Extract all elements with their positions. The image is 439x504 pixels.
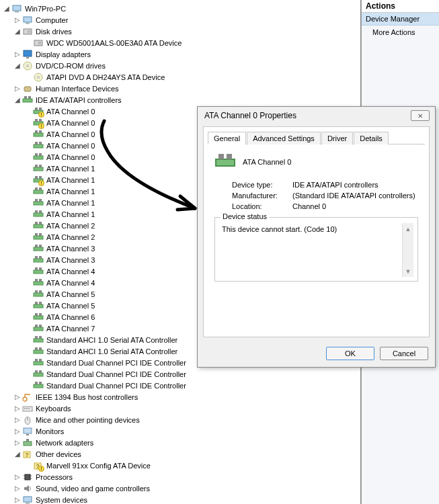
expand-icon[interactable]: ▷ — [13, 439, 21, 446]
tree-item[interactable]: ▷Network adapters — [13, 437, 360, 448]
tree-item[interactable]: ▷Sound, video and game controllers — [13, 482, 360, 494]
device-status-fieldset: Device status This device cannot start. … — [214, 217, 418, 282]
keyboard-icon — [22, 403, 33, 414]
ide-icon — [33, 266, 44, 277]
tab-advanced[interactable]: Advanced Settings — [247, 132, 321, 144]
tree-item[interactable]: ◢Disk drives — [13, 26, 360, 37]
ide-icon: ! — [33, 118, 44, 128]
tree-label: Monitors — [35, 427, 65, 435]
expand-icon[interactable]: ▷ — [13, 50, 21, 58]
ide-icon — [22, 95, 33, 106]
tree-label: DVD/CD-ROM drives — [35, 62, 106, 70]
tab-general[interactable]: General — [208, 132, 246, 144]
collapse-icon[interactable]: ◢ — [13, 62, 21, 69]
tree-label: Disk drives — [35, 28, 73, 36]
tree-label: ATAPI DVD A DH24AYS ATA Device — [46, 73, 165, 81]
tree-label: ATA Channel 0 — [46, 119, 95, 127]
close-button[interactable]: ✕ — [411, 110, 430, 121]
expand-icon[interactable]: ▷ — [13, 427, 21, 435]
actions-selected[interactable]: Device Manager — [362, 13, 439, 26]
tree-label: Human Interface Devices — [35, 85, 120, 93]
collapse-icon[interactable]: ◢ — [13, 28, 21, 35]
ide-icon — [214, 151, 236, 173]
tree-label: ATA Channel 7 — [46, 325, 95, 333]
collapse-icon[interactable]: ◢ — [13, 450, 21, 458]
tab-driver[interactable]: Driver — [321, 132, 353, 144]
tree-item[interactable]: ◢Other devices — [13, 448, 360, 460]
expand-icon[interactable]: ▷ — [13, 16, 21, 24]
tree-item[interactable]: ▷Computer — [13, 14, 360, 26]
ide-icon — [33, 209, 44, 220]
tree-label: ATA Channel 0 — [46, 153, 95, 161]
tree-label: ATA Channel 3 — [46, 256, 95, 264]
ide-icon: ! — [33, 106, 44, 117]
scrollbar[interactable]: ▲ ▼ — [402, 223, 413, 277]
tree-item[interactable]: ▷Human Interface Devices — [13, 83, 360, 94]
expand-icon[interactable]: ▷ — [13, 485, 21, 492]
tree-root[interactable]: ◢ Win7Pro-PC — [3, 3, 360, 14]
ide-icon — [33, 323, 44, 334]
expand-icon[interactable]: ▷ — [13, 405, 21, 412]
ide-icon — [33, 278, 44, 288]
tree-item[interactable]: ◢DVD/CD-ROM drives — [13, 60, 360, 71]
tree-label: Computer — [35, 16, 69, 24]
disk-icon — [22, 26, 33, 37]
tree-label: ATA Channel 3 — [46, 245, 95, 253]
tree-label: ATA Channel 4 — [46, 267, 95, 276]
tree-item[interactable]: ▷Mice and other pointing devices — [13, 414, 360, 425]
scroll-up-icon[interactable]: ▲ — [403, 223, 413, 235]
expand-icon[interactable]: ▷ — [13, 416, 21, 423]
ide-icon — [33, 255, 44, 265]
tree-label: Mice and other pointing devices — [35, 416, 141, 424]
tree-label: IEEE 1394 Bus host controllers — [35, 393, 138, 401]
tree-label: Keyboards — [35, 405, 72, 413]
tree-item[interactable]: ▷IEEE 1394 Bus host controllers — [13, 391, 360, 403]
tree-item[interactable]: !Marvell 91xx Config ATA Device — [24, 460, 360, 471]
tree-item[interactable]: ▷Display adapters — [13, 48, 360, 60]
ide-icon — [33, 243, 44, 254]
tree-item[interactable]: ◢IDE ATA/ATAPI controllers — [13, 94, 360, 106]
tree-label: Standard Dual Channel PCI IDE Controller — [46, 359, 187, 367]
tree-item[interactable]: ▷Monitors — [13, 425, 360, 437]
ide-icon — [33, 198, 44, 208]
ok-button[interactable]: OK — [326, 347, 374, 360]
tree-item[interactable]: WDC WD5001AALS-00E3A0 ATA Device — [24, 37, 360, 48]
scroll-down-icon[interactable]: ▼ — [403, 265, 413, 277]
tree-label: Standard Dual Channel PCI IDE Controller — [46, 382, 187, 390]
tab-details[interactable]: Details — [354, 132, 389, 144]
tree-label: ATA Channel 6 — [46, 313, 95, 321]
tree-label: ATA Channel 1 — [46, 210, 95, 218]
ide-icon — [33, 220, 44, 231]
tree-label: WDC WD5001AALS-00E3A0 ATA Device — [46, 39, 182, 47]
tree-label: ATA Channel 1 — [46, 187, 95, 196]
ide-icon — [33, 140, 44, 151]
properties-dialog: ATA Channel 0 Properties ✕ General Advan… — [197, 106, 436, 368]
expand-icon[interactable]: ▷ — [13, 496, 21, 503]
tree-label: ATA Channel 0 — [46, 130, 95, 138]
tree-item[interactable]: Standard Dual Channel PCI IDE Controller — [24, 380, 360, 391]
device-name: ATA Channel 0 — [243, 158, 291, 166]
dvd-icon — [22, 60, 33, 71]
loc-label: Location: — [232, 202, 292, 210]
tree-item[interactable]: ▷Keyboards — [13, 403, 360, 414]
ide-icon — [33, 369, 44, 380]
tree-item[interactable]: ATAPI DVD A DH24AYS ATA Device — [24, 71, 360, 83]
loc-value: Channel 0 — [292, 202, 326, 210]
ide-icon — [33, 186, 44, 197]
expand-icon[interactable]: ▷ — [13, 85, 21, 92]
cancel-button[interactable]: Cancel — [380, 347, 428, 360]
tree-label: ATA Channel 5 — [46, 290, 95, 298]
computer-icon — [22, 495, 33, 505]
tree-label: ATA Channel 1 — [46, 176, 95, 184]
tree-item[interactable]: ▷Processors — [13, 471, 360, 482]
collapse-icon[interactable]: ◢ — [3, 5, 10, 12]
collapse-icon[interactable]: ◢ — [13, 96, 21, 103]
status-legend: Device status — [221, 212, 269, 220]
ide-icon — [33, 152, 44, 163]
actions-more[interactable]: More Actions — [362, 26, 439, 39]
tree-item[interactable]: Standard Dual Channel PCI IDE Controller — [24, 368, 360, 380]
ide-icon — [33, 358, 44, 368]
tree-item[interactable]: ▷System devices — [13, 494, 360, 504]
expand-icon[interactable]: ▷ — [13, 473, 21, 480]
expand-icon[interactable]: ▷ — [13, 393, 21, 401]
